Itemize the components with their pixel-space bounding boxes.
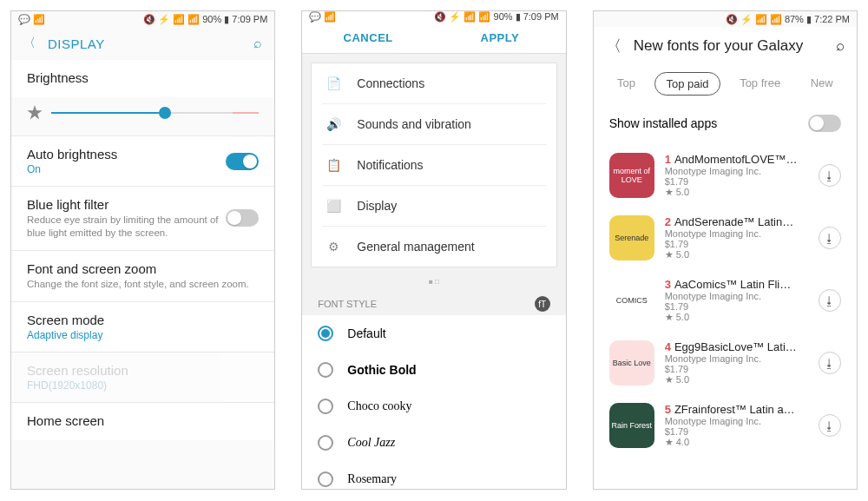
app-row[interactable]: Basic Love4Egg9BasicLove™ Lati…Monotype … — [594, 332, 857, 394]
download-button[interactable]: ⭳ — [819, 227, 841, 249]
header: 〈 DISPLAY ⌕ — [11, 27, 274, 60]
status-right: 🔇 ⚡ 📶 📶 87% ▮ 7:22 PM — [726, 14, 850, 25]
category-label: Notifications — [357, 158, 423, 172]
page-dots: ■ □ — [302, 276, 565, 287]
font-zoom-desc: Change the font size, font style, and sc… — [27, 278, 259, 291]
font-settings-icon[interactable]: fT — [535, 296, 550, 312]
app-info: 1AndMomentofLOVE™…Monotype Imaging Inc.$… — [665, 153, 808, 198]
settings-category-display[interactable]: ⬜Display — [312, 186, 556, 226]
auto-brightness-row[interactable]: Auto brightness On — [11, 136, 274, 186]
font-option-choco-cooky[interactable]: Choco cooky — [302, 388, 565, 425]
font-options-list: DefaultGothic BoldChoco cookyCool JazzRo… — [302, 315, 565, 490]
back-icon[interactable]: 〈 — [23, 36, 36, 51]
app-row[interactable]: COMICS3AaComics™ Latin Fli…Monotype Imag… — [594, 269, 857, 332]
radio-icon — [318, 399, 333, 414]
radio-icon — [318, 326, 333, 341]
category-label: Connections — [357, 76, 424, 90]
app-icon: Serenade — [609, 215, 654, 260]
font-option-rosemary[interactable]: Rosemary — [302, 461, 565, 490]
app-publisher: Monotype Imaging Inc. — [665, 416, 808, 426]
status-right: 🔇 ⚡ 📶 📶 90% ▮ 7:09 PM — [143, 14, 267, 25]
app-info: 2AndSerenade™ Latin…Monotype Imaging Inc… — [665, 215, 808, 260]
status-bar: 💬 📶 🔇 ⚡ 📶 📶 90% ▮ 7:09 PM — [11, 11, 274, 27]
settings-category-sounds-and-vibration[interactable]: 🔊Sounds and vibration — [312, 104, 556, 144]
app-icon: Rain Forest — [609, 403, 654, 448]
category-icon: ⬜ — [326, 198, 341, 214]
auto-brightness-toggle[interactable] — [226, 153, 259, 170]
app-rank: 4 — [665, 340, 671, 353]
status-left: 💬 📶 — [18, 14, 45, 25]
blue-light-toggle[interactable] — [226, 209, 259, 227]
font-option-default[interactable]: Default — [302, 315, 565, 352]
app-info: 3AaComics™ Latin Fli…Monotype Imaging In… — [665, 278, 808, 323]
show-installed-row[interactable]: Show installed apps — [594, 102, 857, 144]
brightness-slider-row — [11, 97, 274, 135]
screen-resolution-label: Screen resolution — [27, 363, 259, 378]
app-row[interactable]: Serenade2AndSerenade™ Latin…Monotype Ima… — [594, 207, 857, 269]
status-bar: 🔇 ⚡ 📶 📶 87% ▮ 7:22 PM — [594, 11, 857, 27]
tab-top-free[interactable]: Top free — [729, 72, 791, 96]
download-button[interactable]: ⭳ — [819, 352, 841, 374]
display-settings-screen: 💬 📶 🔇 ⚡ 📶 📶 90% ▮ 7:09 PM 〈 DISPLAY ⌕ Br… — [10, 10, 275, 490]
app-icon: moment of LOVE — [609, 153, 654, 198]
settings-category-notifications[interactable]: 📋Notifications — [312, 145, 556, 185]
blue-light-desc: Reduce eye strain by limiting the amount… — [27, 214, 226, 240]
app-name: Egg9BasicLove™ Lati… — [674, 340, 797, 353]
font-name: Cool Jazz — [347, 436, 395, 450]
category-icon: 📋 — [326, 157, 341, 173]
app-rank: 5 — [665, 403, 671, 416]
app-price: $1.79 — [665, 176, 808, 187]
tabs: TopTop paidTop freeNew — [594, 65, 857, 102]
app-publisher: Monotype Imaging Inc. — [665, 353, 808, 364]
font-option-cool-jazz[interactable]: Cool Jazz — [302, 425, 565, 461]
status-left: 💬 📶 — [309, 11, 336, 23]
app-rank: 1 — [665, 153, 671, 166]
category-label: General management — [357, 240, 474, 254]
settings-category-connections[interactable]: 📄Connections — [312, 63, 556, 103]
app-rating: ★ 5.0 — [665, 187, 808, 198]
font-zoom-row[interactable]: Font and screen zoom Change the font siz… — [11, 251, 274, 301]
tab-new[interactable]: New — [800, 72, 844, 96]
search-icon[interactable]: ⌕ — [253, 36, 262, 51]
sun-icon — [27, 105, 43, 121]
app-price: $1.79 — [665, 426, 808, 437]
screen-mode-row[interactable]: Screen mode Adaptive display — [11, 302, 274, 352]
font-option-gothic-bold[interactable]: Gothic Bold — [302, 352, 565, 388]
cancel-button[interactable]: CANCEL — [302, 31, 434, 44]
download-button[interactable]: ⭳ — [819, 164, 841, 187]
apply-button[interactable]: APPLY — [434, 31, 566, 44]
app-info: 5ZFrainforest™ Latin a…Monotype Imaging … — [665, 403, 808, 448]
search-icon[interactable]: ⌕ — [836, 37, 845, 55]
app-rating: ★ 5.0 — [665, 374, 808, 386]
show-installed-toggle[interactable] — [808, 115, 841, 132]
tab-top-paid[interactable]: Top paid — [654, 72, 720, 96]
app-name: AndSerenade™ Latin… — [674, 215, 793, 228]
settings-category-general-management[interactable]: ⚙General management — [312, 227, 556, 267]
download-button[interactable]: ⭳ — [819, 289, 841, 312]
blue-light-row[interactable]: Blue light filter Reduce eye strain by l… — [11, 187, 274, 250]
radio-icon — [318, 435, 333, 451]
screen-resolution-row[interactable]: Screen resolution FHD(1920x1080) — [11, 353, 274, 402]
category-icon: ⚙ — [326, 239, 341, 254]
app-row[interactable]: moment of LOVE1AndMomentofLOVE™…Monotype… — [594, 144, 857, 207]
font-zoom-label: Font and screen zoom — [27, 261, 259, 276]
app-name: AndMomentofLOVE™… — [674, 153, 798, 166]
back-icon[interactable]: 〈 — [606, 36, 621, 56]
app-price: $1.79 — [665, 364, 808, 374]
show-installed-label: Show installed apps — [609, 116, 718, 130]
status-right: 🔇 ⚡ 📶 📶 90% ▮ 7:09 PM — [434, 11, 558, 23]
app-icon: Basic Love — [609, 340, 654, 386]
category-icon: 🔊 — [326, 116, 341, 132]
app-row[interactable]: Rain Forest5ZFrainforest™ Latin a…Monoty… — [594, 394, 857, 457]
status-bar: 💬 📶 🔇 ⚡ 📶 📶 90% ▮ 7:09 PM — [302, 11, 565, 23]
font-name: Default — [347, 326, 385, 340]
app-name: AaComics™ Latin Fli… — [674, 278, 791, 291]
auto-brightness-label: Auto brightness — [27, 147, 226, 162]
download-button[interactable]: ⭳ — [819, 414, 841, 437]
category-label: Display — [357, 199, 397, 213]
home-screen-row[interactable]: Home screen — [11, 403, 274, 440]
tab-top[interactable]: Top — [607, 72, 646, 96]
header: CANCEL APPLY — [302, 23, 565, 54]
brightness-slider[interactable] — [51, 104, 259, 122]
home-screen-label: Home screen — [27, 413, 259, 428]
